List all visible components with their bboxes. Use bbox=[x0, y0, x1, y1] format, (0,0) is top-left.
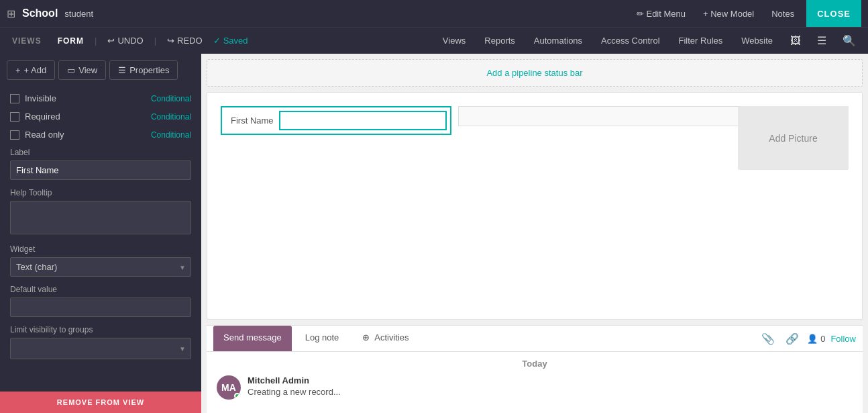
activities-tab[interactable]: ⊕ Activities bbox=[352, 326, 419, 351]
help-tooltip-input[interactable] bbox=[10, 201, 191, 234]
toolbar-divider: | bbox=[95, 36, 97, 46]
visibility-heading: Limit visibility to groups bbox=[10, 325, 191, 334]
automations-link[interactable]: Automations bbox=[527, 33, 589, 48]
edit-menu-button[interactable]: ✏ Edit Menu bbox=[631, 6, 691, 21]
plus-icon: + bbox=[15, 65, 21, 75]
log-note-tab[interactable]: Log note bbox=[295, 326, 349, 351]
help-tooltip-heading: Help Tooltip bbox=[10, 188, 191, 197]
message-text: Creating a new record... bbox=[248, 387, 341, 397]
toolbar-divider2: | bbox=[154, 36, 156, 46]
send-message-tab[interactable]: Send message bbox=[213, 326, 292, 351]
form-tab[interactable]: FORM bbox=[52, 36, 89, 46]
properties-button[interactable]: ☰ Properties bbox=[109, 60, 178, 80]
first-name-input[interactable] bbox=[279, 111, 447, 130]
undo-icon: ↩ bbox=[107, 36, 115, 46]
chatter-area: Send message Log note ⊕ Activities 📎 🔗 👤… bbox=[207, 325, 863, 413]
avatar: MA bbox=[217, 375, 241, 400]
undo-button[interactable]: ↩ UNDO bbox=[102, 33, 148, 48]
help-tooltip-section: Help Tooltip bbox=[10, 188, 191, 236]
message-item: MA Mitchell Admin Creating a new record.… bbox=[217, 375, 853, 400]
follower-count: 👤 0 bbox=[807, 334, 825, 344]
views-link[interactable]: Views bbox=[436, 33, 472, 48]
readonly-checkbox[interactable] bbox=[10, 130, 19, 140]
online-indicator bbox=[234, 393, 240, 399]
label-section: Label bbox=[10, 148, 191, 180]
label-heading: Label bbox=[10, 148, 191, 157]
model-name: student bbox=[64, 9, 93, 19]
invisible-field: Invisible Conditional bbox=[10, 93, 191, 103]
check-icon: ✓ bbox=[213, 36, 221, 46]
follow-button[interactable]: Follow bbox=[830, 334, 856, 344]
chatter-right-icons: 📎 🔗 👤 0 Follow bbox=[759, 330, 856, 348]
first-name-label: First Name bbox=[225, 113, 279, 128]
views-tab[interactable]: VIEWS bbox=[7, 36, 47, 46]
grid-icon[interactable]: ⊞ bbox=[7, 7, 15, 20]
sidebar-properties-section: Invisible Conditional Required Condition… bbox=[0, 87, 201, 374]
website-link[interactable]: Website bbox=[735, 33, 779, 48]
add-picture-label: Add Picture bbox=[769, 133, 817, 144]
add-picture-box[interactable]: Add Picture bbox=[738, 106, 849, 170]
required-checkbox[interactable] bbox=[10, 112, 19, 122]
app-name: School bbox=[22, 7, 58, 19]
label-input[interactable] bbox=[10, 160, 191, 180]
required-field: Required Conditional bbox=[10, 111, 191, 122]
reports-link[interactable]: Reports bbox=[478, 33, 522, 48]
default-value-input[interactable] bbox=[10, 297, 191, 317]
saved-status: ✓ Saved bbox=[213, 36, 248, 46]
main-layout: + + Add ▭ View ☰ Properties Invisible Co… bbox=[0, 54, 868, 413]
message-author: Mitchell Admin bbox=[248, 375, 341, 385]
add-button[interactable]: + + Add bbox=[7, 60, 55, 80]
pipeline-status-bar[interactable]: Add a pipeline status bar bbox=[207, 59, 863, 87]
close-button[interactable]: CLOSE bbox=[806, 0, 861, 27]
top-navigation: ⊞ School student ✏ Edit Menu + New Model… bbox=[0, 0, 868, 27]
remove-from-view-button[interactable]: REMOVE FROM VIEW bbox=[0, 392, 201, 413]
required-conditional[interactable]: Conditional bbox=[151, 112, 191, 122]
readonly-field: Read only Conditional bbox=[10, 130, 191, 140]
message-content: Mitchell Admin Creating a new record... bbox=[248, 375, 341, 400]
visibility-select-wrapper: Managers All Users ▼ bbox=[10, 338, 191, 359]
visibility-select[interactable]: Managers All Users bbox=[10, 338, 191, 359]
new-model-button[interactable]: + New Model bbox=[698, 6, 759, 21]
widget-section: Widget Text (char) Email Phone URL ▼ bbox=[10, 244, 191, 277]
access-control-link[interactable]: Access Control bbox=[594, 33, 666, 48]
second-toolbar: VIEWS FORM | ↩ UNDO | ↪ REDO ✓ Saved Vie… bbox=[0, 27, 868, 54]
sidebar-top-buttons: + + Add ▭ View ☰ Properties bbox=[0, 54, 201, 87]
properties-icon: ☰ bbox=[118, 65, 126, 75]
chatter-messages: Today MA Mitchell Admin Creating a new r… bbox=[207, 352, 863, 413]
view-button[interactable]: ▭ View bbox=[58, 60, 106, 80]
search-icon[interactable]: 🔍 bbox=[837, 32, 861, 50]
sidebar: + + Add ▭ View ☰ Properties Invisible Co… bbox=[0, 54, 201, 413]
visibility-section: Limit visibility to groups Managers All … bbox=[10, 325, 191, 359]
invisible-conditional[interactable]: Conditional bbox=[151, 94, 191, 103]
chatter-tabs: Send message Log note ⊕ Activities 📎 🔗 👤… bbox=[207, 326, 863, 352]
first-name-field-group: First Name bbox=[221, 106, 451, 135]
link-icon[interactable]: 🔗 bbox=[783, 330, 802, 348]
form-area: First Name Add Picture bbox=[207, 92, 863, 320]
list-icon[interactable]: ☰ bbox=[812, 32, 832, 50]
activities-icon: ⊕ bbox=[362, 332, 370, 342]
redo-button[interactable]: ↪ REDO bbox=[162, 33, 208, 48]
notes-button[interactable]: Notes bbox=[766, 6, 800, 21]
readonly-conditional[interactable]: Conditional bbox=[151, 130, 191, 140]
widget-heading: Widget bbox=[10, 244, 191, 254]
widget-select-wrapper: Text (char) Email Phone URL ▼ bbox=[10, 257, 191, 277]
filter-rules-link[interactable]: Filter Rules bbox=[672, 33, 730, 48]
view-icon: ▭ bbox=[67, 65, 75, 75]
default-value-section: Default value bbox=[10, 285, 191, 317]
image-icon[interactable]: 🖼 bbox=[785, 32, 806, 50]
today-divider: Today bbox=[217, 359, 853, 369]
widget-select[interactable]: Text (char) Email Phone URL bbox=[10, 257, 191, 277]
content-area: Add a pipeline status bar First Name Add… bbox=[201, 54, 868, 413]
attachment-icon[interactable]: 📎 bbox=[759, 330, 777, 348]
invisible-checkbox[interactable] bbox=[10, 94, 19, 103]
default-value-heading: Default value bbox=[10, 285, 191, 294]
follower-icon: 👤 bbox=[807, 334, 818, 344]
redo-icon: ↪ bbox=[167, 36, 174, 46]
